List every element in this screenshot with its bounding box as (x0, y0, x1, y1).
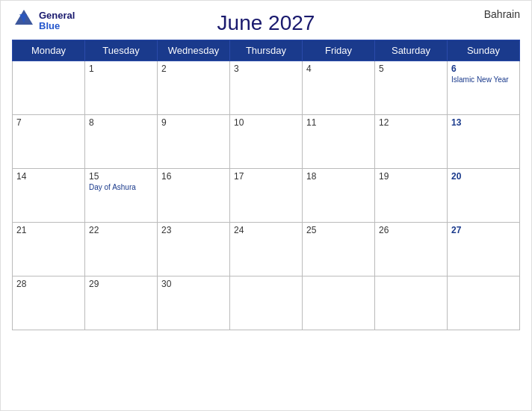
calendar-cell: 8 (85, 115, 158, 169)
day-number: 19 (379, 171, 443, 182)
country-label: Bahrain (484, 8, 520, 20)
day-number: 18 (306, 171, 371, 182)
calendar-cell: 14 (13, 169, 85, 223)
day-number: 26 (379, 225, 443, 235)
day-number: 14 (16, 171, 81, 182)
calendar-cell: 17 (230, 169, 303, 223)
calendar-cell: 30 (158, 276, 230, 330)
day-number: 7 (16, 117, 81, 128)
logo-container: General Blue (12, 8, 75, 34)
calendar-cell: 7 (13, 115, 85, 169)
col-saturday: Saturday (375, 40, 448, 61)
day-number: 22 (89, 225, 153, 235)
weekday-header-row: Monday Tuesday Wednesday Thursday Friday… (13, 40, 520, 61)
day-number: 4 (306, 64, 371, 74)
calendar-week-row: 1415Day of Ashura1617181920 (13, 169, 520, 223)
calendar-cell: 26 (375, 223, 448, 276)
calendar-cell: 20 (448, 169, 520, 223)
day-number: 21 (16, 225, 81, 235)
day-number: 3 (234, 64, 298, 74)
col-monday: Monday (13, 40, 85, 61)
calendar-week-row: 282930 (13, 276, 520, 330)
calendar-cell: 10 (230, 115, 303, 169)
day-number: 23 (161, 225, 226, 235)
calendar-cell: 28 (13, 276, 85, 330)
day-number: 20 (451, 171, 516, 182)
calendar-cell: 21 (13, 223, 85, 276)
holiday-label: Day of Ashura (89, 183, 153, 192)
day-number: 12 (379, 117, 443, 128)
calendar-week-row: 21222324252627 (13, 223, 520, 276)
logo-area: General Blue (12, 8, 75, 34)
calendar-cell: 24 (230, 223, 303, 276)
day-number: 8 (89, 117, 153, 128)
calendar-cell: 23 (158, 223, 230, 276)
calendar-cell (230, 276, 303, 330)
calendar-cell (303, 276, 375, 330)
calendar-cell: 3 (230, 61, 303, 115)
calendar-cell: 2 (158, 61, 230, 115)
calendar-week-row: 123456Islamic New Year (13, 61, 520, 115)
calendar-cell (448, 276, 520, 330)
calendar-cell: 12 (375, 115, 448, 169)
calendar-cell: 4 (303, 61, 375, 115)
calendar-cell (375, 276, 448, 330)
calendar-cell: 13 (448, 115, 520, 169)
day-number: 30 (161, 279, 226, 289)
calendar-title: June 2027 (12, 11, 520, 35)
col-friday: Friday (303, 40, 375, 61)
day-number: 10 (234, 117, 298, 128)
calendar-table: Monday Tuesday Wednesday Thursday Friday… (12, 40, 520, 330)
day-number: 13 (451, 117, 516, 128)
calendar-body: 123456Islamic New Year789101112131415Day… (13, 61, 520, 330)
day-number: 24 (234, 225, 298, 235)
calendar-cell: 18 (303, 169, 375, 223)
day-number: 11 (306, 117, 371, 128)
calendar-cell: 19 (375, 169, 448, 223)
calendar-cell: 5 (375, 61, 448, 115)
calendar-cell: 16 (158, 169, 230, 223)
calendar-cell: 15Day of Ashura (85, 169, 158, 223)
day-number: 2 (161, 64, 226, 74)
calendar-cell: 1 (85, 61, 158, 115)
day-number: 16 (161, 171, 226, 182)
calendar-cell: 22 (85, 223, 158, 276)
holiday-label: Islamic New Year (451, 75, 516, 84)
logo-blue-text: Blue (39, 21, 75, 31)
day-number: 5 (379, 64, 443, 74)
calendar-cell (13, 61, 85, 115)
calendar-container: General Blue June 2027 Bahrain Monday Tu… (0, 0, 532, 411)
col-wednesday: Wednesday (158, 40, 230, 61)
calendar-header: General Blue June 2027 Bahrain (12, 8, 520, 35)
day-number: 6 (451, 64, 516, 74)
logo-icon (12, 8, 36, 34)
calendar-cell: 25 (303, 223, 375, 276)
logo-texts: General Blue (39, 10, 75, 32)
col-tuesday: Tuesday (85, 40, 158, 61)
day-number: 9 (161, 117, 226, 128)
calendar-cell: 29 (85, 276, 158, 330)
day-number: 1 (89, 64, 153, 74)
calendar-cell: 9 (158, 115, 230, 169)
calendar-cell: 11 (303, 115, 375, 169)
logo-general-text: General (39, 10, 75, 21)
day-number: 17 (234, 171, 298, 182)
calendar-cell: 6Islamic New Year (448, 61, 520, 115)
day-number: 29 (89, 279, 153, 289)
col-sunday: Sunday (448, 40, 520, 61)
day-number: 25 (306, 225, 371, 235)
day-number: 15 (89, 171, 153, 182)
calendar-week-row: 78910111213 (13, 115, 520, 169)
col-thursday: Thursday (230, 40, 303, 61)
day-number: 28 (16, 279, 81, 289)
day-number: 27 (451, 225, 516, 235)
calendar-cell: 27 (448, 223, 520, 276)
